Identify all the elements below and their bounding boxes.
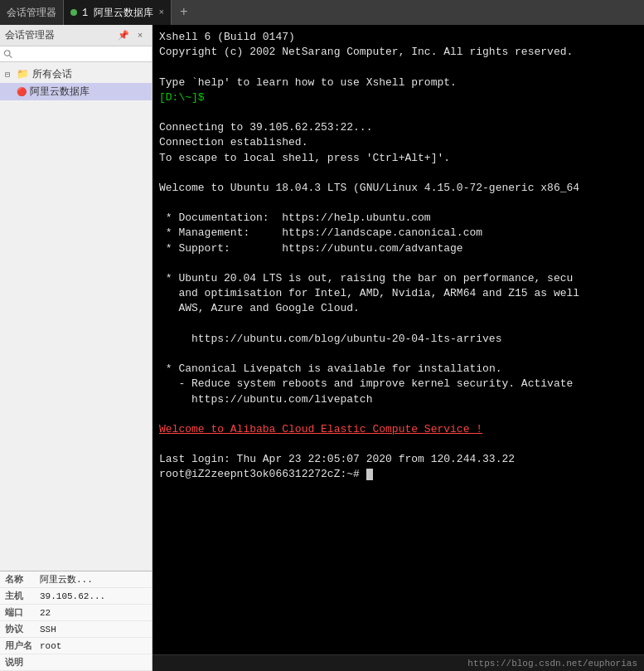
status-url: https://blog.csdn.net/euphorias	[467, 659, 637, 669]
sessions-manager-tab-label: 会话管理器	[7, 6, 56, 20]
info-value-host: 39.105.62...	[40, 591, 147, 601]
terminal-line-15: * Canonical Livepatch is available for i…	[159, 362, 637, 377]
terminal-line-19: Last login: Thu Apr 23 22:05:07 2020 fro…	[159, 452, 637, 467]
terminal-line-3: Type `help' to learn how to use Xshell p…	[159, 75, 637, 90]
tab-active-dot	[70, 9, 77, 16]
info-value-name: 阿里云数...	[40, 573, 147, 586]
terminal-tab[interactable]: 1 阿里云数据库 ×	[64, 0, 172, 25]
terminal-line-18: Welcome to Alibaba Cloud Elastic Compute…	[159, 422, 637, 437]
terminal-line-blank-5	[159, 256, 637, 271]
terminal-line-13: AWS, Azure and Google Cloud.	[159, 301, 637, 316]
terminal-line-12: and optimisation for Intel, AMD, Nvidia,…	[159, 286, 637, 301]
terminal-line-11: * Ubuntu 20.04 LTS is out, raising the b…	[159, 271, 637, 286]
tree-root-label: 所有会话	[32, 67, 72, 81]
sidebar-header: 会话管理器 📌 ×	[0, 25, 152, 46]
info-row-note: 说明	[0, 654, 152, 671]
sessions-manager-tab[interactable]: 会话管理器	[0, 0, 64, 25]
info-row-username: 用户名 root	[0, 638, 152, 654]
info-row-host: 主机 39.105.62...	[0, 588, 152, 605]
info-label-username: 用户名	[5, 639, 40, 652]
terminal-line-blank-9	[159, 437, 637, 452]
info-value-username: root	[40, 641, 147, 651]
info-row-name: 名称 阿里云数...	[0, 571, 152, 588]
terminal-line-prompt: [D:\~]$	[159, 90, 637, 105]
host-icon: 🔴	[17, 87, 27, 97]
info-row-protocol: 协议 SSH	[0, 621, 152, 638]
sidebar: 会话管理器 📌 × ⊟ 📁 所有会话 🔴 阿里云数据库	[0, 25, 153, 671]
terminal-tab-label: 1 阿里云数据库	[82, 6, 153, 20]
info-label-name: 名称	[5, 573, 40, 586]
svg-point-0	[4, 51, 10, 56]
terminal-line-blank-8	[159, 407, 637, 422]
svg-line-1	[9, 56, 12, 58]
tree-child-item[interactable]: 🔴 阿里云数据库	[0, 83, 152, 100]
pin-icon[interactable]: 📌	[117, 29, 130, 42]
sidebar-title: 会话管理器	[5, 28, 55, 42]
info-label-note: 说明	[5, 656, 40, 669]
info-label-host: 主机	[5, 590, 40, 602]
close-sidebar-icon[interactable]: ×	[133, 29, 147, 42]
terminal-area[interactable]: Xshell 6 (Build 0147) Copyright (c) 2002…	[153, 25, 644, 671]
terminal-line-5: Connection established.	[159, 135, 637, 150]
terminal-line-shell: root@iZ2zeepnt3ok066312272cZ:~#	[159, 467, 637, 482]
terminal-line-blank-6	[159, 317, 637, 332]
terminal-cursor	[366, 469, 373, 480]
terminal-line-blank-4	[159, 196, 637, 211]
terminal-line-6: To escape to local shell, press 'Ctrl+Al…	[159, 151, 637, 166]
terminal-line-16: - Reduce system reboots and improve kern…	[159, 377, 637, 391]
tree-expand-icon: ⊟	[5, 70, 13, 80]
status-bar: https://blog.csdn.net/euphorias	[153, 654, 644, 671]
terminal-line-blank-1	[159, 60, 637, 75]
search-icon	[3, 49, 12, 59]
tree-child-label: 阿里云数据库	[30, 85, 90, 99]
terminal-line-1: Xshell 6 (Build 0147)	[159, 30, 637, 45]
info-label-protocol: 协议	[5, 623, 40, 635]
info-label-port: 端口	[5, 606, 40, 619]
title-bar: 会话管理器 1 阿里云数据库 × +	[0, 0, 644, 25]
search-input[interactable]	[12, 49, 148, 59]
terminal-line-blank-2	[159, 105, 637, 120]
terminal-line-7: Welcome to Ubuntu 18.04.3 LTS (GNU/Linux…	[159, 181, 637, 196]
info-value-protocol: SSH	[40, 625, 147, 635]
info-row-port: 端口 22	[0, 605, 152, 621]
terminal-line-14: https://ubuntu.com/blog/ubuntu-20-04-lts…	[159, 332, 637, 347]
tree-root-item[interactable]: ⊟ 📁 所有会话	[0, 66, 152, 83]
terminal-line-10: * Support: https://ubuntu.com/advantage	[159, 241, 637, 256]
terminal-line-4: Connecting to 39.105.62.253:22...	[159, 120, 637, 135]
info-value-port: 22	[40, 608, 147, 618]
folder-icon: 📁	[17, 68, 29, 80]
sidebar-tree: ⊟ 📁 所有会话 🔴 阿里云数据库	[0, 62, 152, 571]
terminal-line-2: Copyright (c) 2002 NetSarang Computer, I…	[159, 45, 637, 60]
terminal-line-17: https://ubuntu.com/livepatch	[159, 392, 637, 407]
terminal-line-9: * Management: https://landscape.canonica…	[159, 226, 637, 241]
terminal-line-blank-7	[159, 347, 637, 362]
new-tab-button[interactable]: +	[172, 0, 196, 25]
sidebar-header-icons: 📌 ×	[117, 29, 147, 42]
sidebar-search-bar[interactable]	[0, 46, 152, 62]
terminal-line-blank-3	[159, 166, 637, 181]
main-layout: 会话管理器 📌 × ⊟ 📁 所有会话 🔴 阿里云数据库	[0, 25, 644, 671]
terminal-line-8: * Documentation: https://help.ubuntu.com	[159, 211, 637, 226]
info-panel: 名称 阿里云数... 主机 39.105.62... 端口 22 协议 SSH …	[0, 571, 152, 671]
tab-close-icon[interactable]: ×	[158, 7, 164, 17]
terminal-content[interactable]: Xshell 6 (Build 0147) Copyright (c) 2002…	[153, 25, 644, 654]
